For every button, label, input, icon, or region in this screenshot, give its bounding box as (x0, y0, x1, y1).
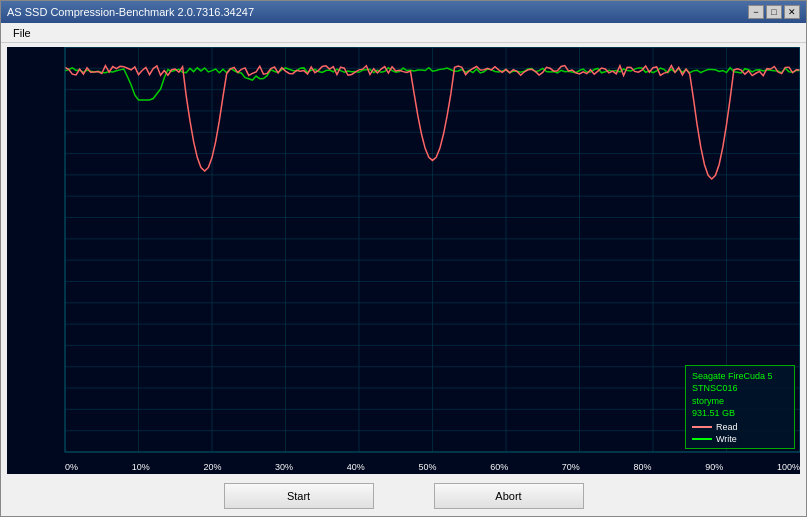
legend-device3: storyme (692, 395, 788, 408)
x-axis-label: 10% (132, 462, 150, 472)
x-axis-label: 40% (347, 462, 365, 472)
title-bar: AS SSD Compression-Benchmark 2.0.7316.34… (1, 1, 806, 23)
x-axis-labels: 0%10%20%30%40%50%60%70%80%90%100% (65, 452, 800, 474)
x-axis-label: 90% (705, 462, 723, 472)
x-axis-label: 70% (562, 462, 580, 472)
start-button[interactable]: Start (224, 483, 374, 509)
x-axis-label: 20% (203, 462, 221, 472)
window-title: AS SSD Compression-Benchmark 2.0.7316.34… (7, 6, 254, 18)
file-menu[interactable]: File (7, 26, 37, 40)
menu-bar: File (1, 23, 806, 43)
x-axis-label: 50% (418, 462, 436, 472)
read-color-swatch (692, 426, 712, 428)
x-axis-label: 60% (490, 462, 508, 472)
write-label: Write (716, 434, 737, 444)
maximize-button[interactable]: □ (766, 5, 782, 19)
x-axis-label: 100% (777, 462, 800, 472)
minimize-button[interactable]: − (748, 5, 764, 19)
chart-area: 3184MB/s3024MB/s2864MB/s2704MB/s2544MB/s… (7, 47, 800, 474)
bottom-bar: Start Abort (1, 476, 806, 516)
x-axis-label: 30% (275, 462, 293, 472)
x-axis-label: 0% (65, 462, 78, 472)
abort-button[interactable]: Abort (434, 483, 584, 509)
chart-canvas (7, 47, 800, 474)
window-controls: − □ ✕ (748, 5, 800, 19)
legend-write: Write (692, 434, 788, 444)
main-window: AS SSD Compression-Benchmark 2.0.7316.34… (0, 0, 807, 517)
legend-device4: 931.51 GB (692, 407, 788, 420)
close-button[interactable]: ✕ (784, 5, 800, 19)
write-color-swatch (692, 438, 712, 440)
legend-device1: Seagate FireCuda 5 (692, 370, 788, 383)
read-label: Read (716, 422, 738, 432)
legend-device2: STNSC016 (692, 382, 788, 395)
legend-read: Read (692, 422, 788, 432)
legend-box: Seagate FireCuda 5 STNSC016 storyme 931.… (685, 365, 795, 449)
x-axis-label: 80% (634, 462, 652, 472)
